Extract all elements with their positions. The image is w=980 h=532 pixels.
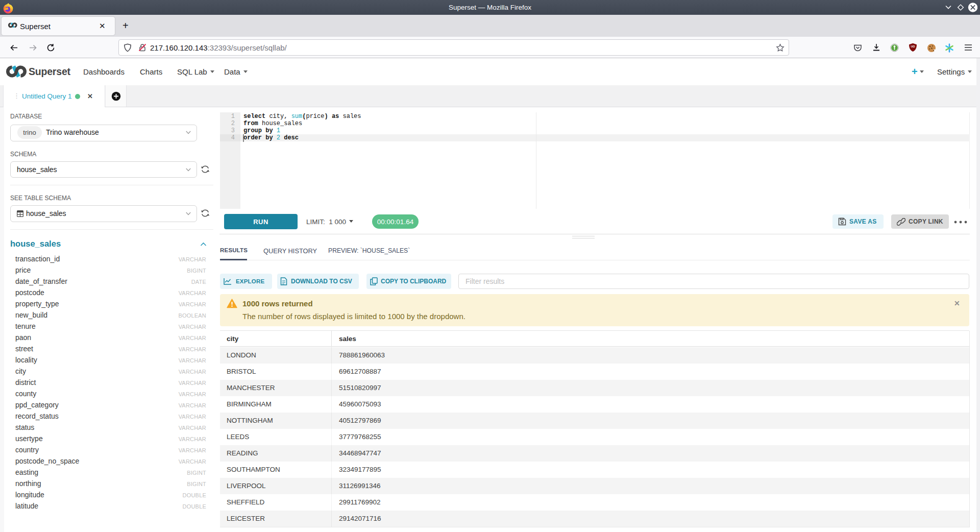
- svg-text:UO: UO: [911, 45, 915, 48]
